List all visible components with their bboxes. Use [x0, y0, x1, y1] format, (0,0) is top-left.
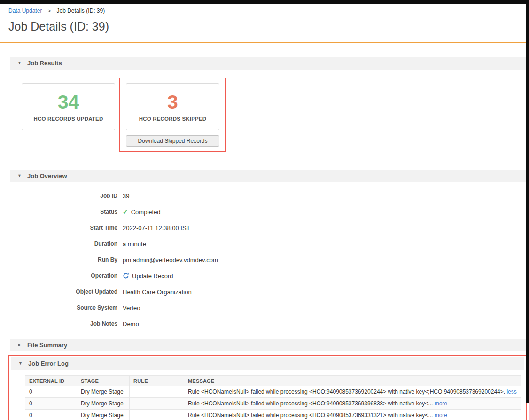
field-value: ✓ Completed — [123, 208, 161, 216]
field-value: Update Record — [123, 272, 173, 280]
cell-external-id: 0 — [25, 386, 77, 398]
skipped-count: 3 — [167, 92, 178, 112]
column-header-stage: STAGE — [77, 376, 130, 386]
field-value: pm.admin@verteodev.vdmdev.com — [123, 257, 218, 264]
overview-row-start-time: Start Time 2022-07-11 12:38:00 IST — [0, 220, 529, 236]
field-label: Object Updated — [0, 288, 117, 295]
overview-row-job-notes: Job Notes Demo — [0, 316, 529, 332]
collapse-expanded-icon[interactable]: ▼ — [17, 61, 22, 65]
field-label: Source System — [0, 304, 117, 311]
cell-stage: Dry Merge Stage — [77, 386, 130, 398]
operation-text: Update Record — [132, 272, 173, 280]
job-results-cards: 34 HCO RECORDS UPDATED 3 HCO RECORDS SKI… — [8, 70, 529, 152]
updated-count: 34 — [58, 92, 79, 112]
overview-row-run-by: Run By pm.admin@verteodev.vdmdev.com — [0, 252, 529, 268]
section-header-job-error-log[interactable]: ▼ Job Error Log — [11, 357, 524, 370]
cell-message: Rule <HCONameIsNull> failed while proces… — [184, 410, 521, 420]
section-header-job-overview[interactable]: ▼ Job Overview — [10, 170, 526, 182]
check-icon: ✓ — [123, 208, 128, 216]
breadcrumb-link-data-updater[interactable]: Data Updater — [8, 8, 42, 14]
card-hco-records-updated: 34 HCO RECORDS UPDATED — [22, 83, 115, 130]
field-value: 39 — [123, 193, 129, 200]
cell-external-id: 0 — [25, 410, 77, 420]
error-log-row: 0 Dry Merge Stage Rule <HCONameIsNull> f… — [25, 386, 521, 398]
collapse-expanded-icon[interactable]: ▼ — [18, 361, 23, 366]
overview-row-job-id: Job ID 39 — [0, 188, 529, 204]
job-overview-detail: Job ID 39 Status ✓ Completed Start Time … — [0, 182, 529, 332]
section-header-job-results[interactable]: ▼ Job Results — [10, 57, 526, 70]
field-label: Job Notes — [0, 320, 117, 327]
error-log-header-row: EXTERNAL ID STAGE RULE MESSAGE — [25, 376, 521, 386]
section-title-file-summary: File Summary — [27, 342, 67, 349]
field-value: Demo — [123, 320, 139, 327]
cell-stage: Dry Merge Stage — [77, 398, 130, 410]
toggle-more-link[interactable]: more — [435, 412, 447, 419]
breadcrumb-current: Job Details (ID: 39) — [57, 8, 105, 14]
cell-message: Rule <HCONameIsNull> failed while proces… — [184, 398, 521, 410]
error-log-row: 0 Dry Merge Stage Rule <HCONameIsNull> f… — [25, 398, 521, 410]
section-title-job-error-log: Job Error Log — [28, 360, 69, 367]
toggle-less-link[interactable]: less — [506, 389, 516, 395]
overview-row-operation: Operation Update Record — [0, 268, 529, 284]
card-hco-records-skipped: 3 HCO RECORDS SKIPPED — [126, 83, 219, 130]
error-message-text: Rule <HCONameIsNull> failed while proces… — [188, 400, 433, 407]
error-log-table-wrap: EXTERNAL ID STAGE RULE MESSAGE 0 Dry Mer… — [25, 375, 521, 420]
cell-rule — [130, 398, 184, 410]
column-header-message: MESSAGE — [184, 376, 521, 386]
error-message-text: Rule <HCONameIsNull> failed while proces… — [188, 389, 505, 395]
field-label: Operation — [0, 272, 117, 279]
cell-stage: Dry Merge Stage — [77, 410, 130, 420]
cell-message: Rule <HCONameIsNull> failed while proces… — [184, 386, 521, 398]
error-log-row: 0 Dry Merge Stage Rule <HCONameIsNull> f… — [25, 410, 521, 420]
field-label: Duration — [0, 241, 117, 247]
field-label: Run By — [0, 257, 117, 263]
field-value: Verteo — [123, 304, 140, 311]
toggle-more-link[interactable]: more — [435, 400, 447, 407]
field-label: Start Time — [0, 225, 117, 231]
collapse-collapsed-icon[interactable]: ► — [17, 343, 22, 347]
cell-external-id: 0 — [25, 398, 77, 410]
window-right-edge — [526, 0, 529, 403]
cell-rule — [130, 410, 184, 420]
overview-row-source-system: Source System Verteo — [0, 300, 529, 316]
section-title-job-overview: Job Overview — [27, 172, 67, 179]
window-top-edge — [0, 0, 529, 4]
refresh-icon — [123, 272, 129, 279]
breadcrumb: Data Updater > Job Details (ID: 39) — [8, 8, 526, 15]
breadcrumb-separator: > — [48, 8, 51, 14]
section-header-file-summary[interactable]: ► File Summary — [10, 339, 526, 351]
error-log-table: EXTERNAL ID STAGE RULE MESSAGE 0 Dry Mer… — [25, 375, 521, 420]
updated-count-label: HCO RECORDS UPDATED — [34, 116, 103, 122]
column-header-external-id: EXTERNAL ID — [25, 376, 77, 386]
error-message-text: Rule <HCONameIsNull> failed while proces… — [188, 412, 433, 419]
page-header: Data Updater > Job Details (ID: 39) Job … — [0, 4, 526, 43]
field-value: a minute — [123, 241, 146, 248]
overview-row-duration: Duration a minute — [0, 236, 529, 252]
skipped-count-label: HCO RECORDS SKIPPED — [139, 116, 207, 122]
highlight-box-error-log: ▼ Job Error Log EXTERNAL ID STAGE RULE M… — [8, 355, 527, 420]
collapse-expanded-icon[interactable]: ▼ — [17, 174, 22, 178]
field-label: Job ID — [0, 193, 117, 199]
field-value: Health Care Organization — [123, 288, 192, 296]
status-text: Completed — [131, 209, 161, 216]
field-value: 2022-07-11 12:38:00 IST — [123, 225, 190, 232]
page-title: Job Details (ID: 39) — [8, 20, 526, 33]
column-header-rule: RULE — [130, 376, 184, 386]
overview-row-status: Status ✓ Completed — [0, 204, 529, 220]
highlight-box-skipped: 3 HCO RECORDS SKIPPED Download Skipped R… — [119, 78, 226, 152]
download-skipped-records-button[interactable]: Download Skipped Records — [126, 135, 219, 147]
section-title-job-results: Job Results — [27, 60, 62, 67]
overview-row-object-updated: Object Updated Health Care Organization — [0, 284, 529, 300]
cell-rule — [130, 386, 184, 398]
field-label: Status — [0, 209, 117, 215]
